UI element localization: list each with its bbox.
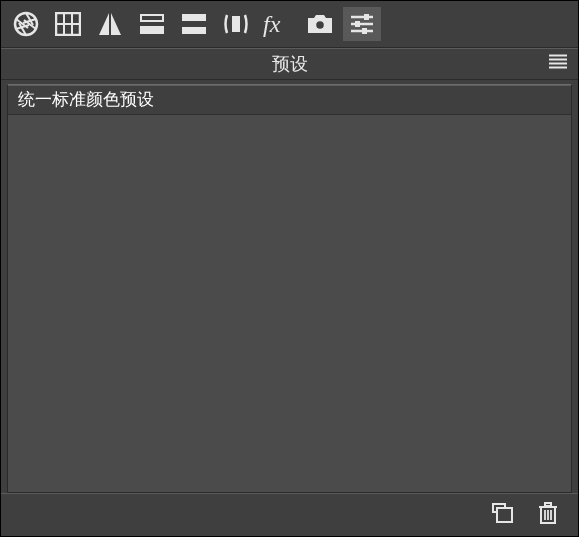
svg-point-0 — [15, 13, 37, 35]
new-preset-icon — [491, 503, 513, 527]
camera-icon — [306, 13, 334, 35]
presets-panel: fx — [0, 0, 579, 537]
sharpen-icon — [97, 11, 123, 37]
effects-icon: fx — [263, 11, 293, 37]
svg-text:fx: fx — [263, 11, 281, 37]
tab-mirror[interactable] — [91, 7, 129, 41]
svg-rect-15 — [142, 16, 162, 20]
svg-rect-16 — [182, 14, 206, 21]
panel-title: 预设 — [272, 52, 308, 76]
svg-rect-35 — [545, 503, 551, 506]
svg-rect-25 — [364, 14, 369, 20]
new-preset-button[interactable] — [490, 503, 514, 527]
panel-menu-button[interactable] — [548, 54, 568, 75]
panel-header: 预设 — [1, 48, 578, 80]
tool-tab-bar: fx — [1, 1, 578, 48]
presets-icon — [350, 13, 374, 35]
svg-rect-32 — [497, 508, 512, 522]
tab-grid[interactable] — [49, 7, 87, 41]
split-rows-icon — [181, 13, 207, 35]
svg-rect-27 — [362, 28, 367, 34]
svg-marker-12 — [111, 13, 121, 35]
svg-rect-18 — [232, 16, 240, 32]
aperture-icon — [13, 11, 39, 37]
preset-list: 统一标准颜色预设 — [7, 84, 572, 493]
delete-preset-button[interactable] — [536, 503, 560, 527]
trash-icon — [538, 502, 558, 528]
svg-rect-26 — [355, 21, 360, 27]
tab-fx[interactable]: fx — [259, 7, 297, 41]
tab-compare[interactable] — [217, 7, 255, 41]
preset-item-label: 统一标准颜色预设 — [18, 90, 154, 109]
panel-footer — [1, 493, 578, 536]
histogram-icon — [55, 12, 81, 36]
tab-aperture[interactable] — [7, 7, 45, 41]
hamburger-icon — [548, 54, 568, 74]
tab-camera[interactable] — [301, 7, 339, 41]
levels-icon — [139, 13, 165, 35]
svg-rect-17 — [182, 27, 206, 34]
svg-marker-11 — [99, 13, 109, 35]
lens-correction-icon — [223, 12, 249, 36]
tab-presets[interactable] — [343, 7, 381, 41]
tab-levels[interactable] — [133, 7, 171, 41]
svg-rect-14 — [140, 26, 164, 34]
preset-list-item[interactable]: 统一标准颜色预设 — [8, 85, 571, 115]
tab-rows[interactable] — [175, 7, 213, 41]
